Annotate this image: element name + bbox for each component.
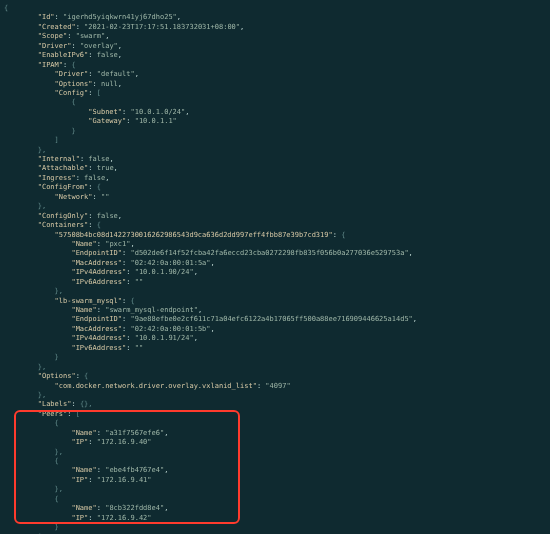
val-ipam-options: null [101, 80, 118, 88]
val-id: igerhd5yiqkwrn41yj67dho25 [67, 13, 172, 21]
val-attachable: true [97, 164, 114, 172]
val-c1-name: pxc1 [109, 240, 126, 248]
val-driver: overlay [84, 42, 114, 50]
json-output: { "Id": "igerhd5yiqkwrn41yj67dho25", "Cr… [0, 0, 550, 534]
val-container2-key: lb-swarm_mysql [59, 297, 118, 305]
val-c2-endpoint: 9ae88efbe0e2cf611c71a04efc6122a4b17065ff… [135, 315, 409, 323]
val-opt-val: 4097 [270, 382, 287, 390]
val-peer2-name: 8cb322fdd8e4 [109, 504, 160, 512]
val-peer1-name: ebe4fb4767e4 [109, 466, 160, 474]
val-peer0-ip: 172.16.9.40 [101, 438, 147, 446]
val-opt-key: com.docker.network.driver.overlay.vxlani… [59, 382, 253, 390]
val-c2-name: swarm_mysql-endpoint [109, 306, 193, 314]
val-container1-key: 57508b4bc08d1422730016262986543d9ca636d2… [59, 231, 329, 239]
val-c1-ipv4: 10.0.1.90/24 [139, 268, 190, 276]
val-peer2-ip: 172.16.9.42 [101, 514, 147, 522]
val-peer1-ip: 172.16.9.41 [101, 476, 147, 484]
val-scope: swarm [80, 32, 101, 40]
val-subnet: 10.0.1.0/24 [135, 108, 181, 116]
val-peer0-name: a31f7567efe6 [109, 429, 160, 437]
val-c1-mac: 02:42:0a:00:01:5a [135, 259, 207, 267]
val-c2-ipv4: 10.0.1.91/24 [139, 334, 190, 342]
val-ingress: false [84, 174, 105, 182]
val-internal: false [88, 155, 109, 163]
val-c1-endpoint: d502de6f14f52fcba42fa6eccd23cba0272298fb… [135, 249, 405, 257]
val-enableipv6: false [97, 51, 118, 59]
val-ipam-driver: default [101, 70, 131, 78]
val-gateway: 10.0.1.1 [139, 117, 173, 125]
val-c2-mac: 02:42:0a:00:01:5b [135, 325, 207, 333]
val-created: 2021-02-23T17:17:51.183732031+08:00 [88, 23, 236, 31]
val-configonly: false [97, 212, 118, 220]
